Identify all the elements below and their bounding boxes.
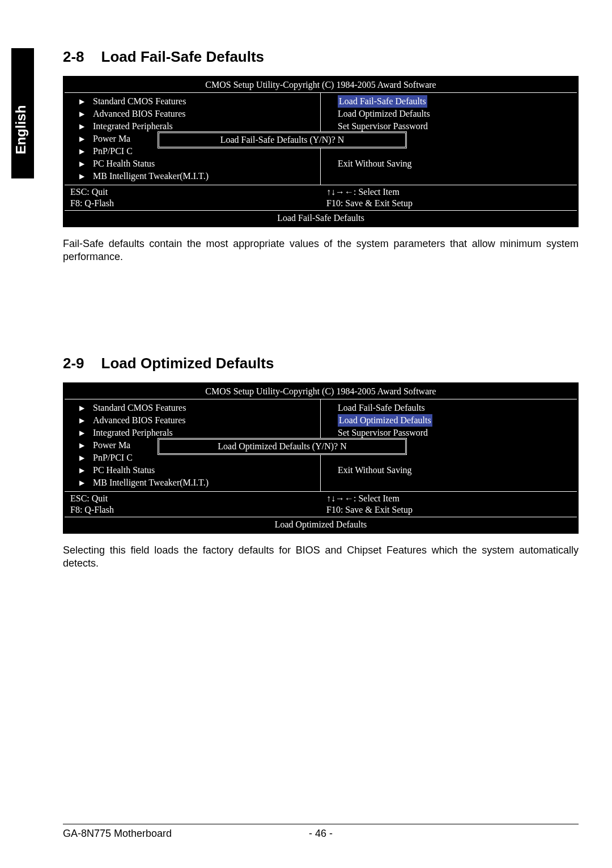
dialog-text: Load Fail-Safe Defaults (Y/N)? N xyxy=(220,135,345,144)
triangle-right-icon: ▶ xyxy=(70,145,93,158)
section-body: Selecting this field loads the factory d… xyxy=(63,544,579,571)
triangle-right-icon: ▶ xyxy=(70,464,93,476)
triangle-right-icon: ▶ xyxy=(70,120,93,133)
section-2-9-heading: 2-9Load Optimized Defaults xyxy=(63,355,579,372)
triangle-right-icon: ▶ xyxy=(70,452,93,464)
menu-item[interactable]: Load Optimized Defaults xyxy=(326,414,571,427)
bios-footer: ESC: Quit F8: Q-Flash ↑↓→←: Select Item … xyxy=(65,185,577,211)
bios-screen-optimized: CMOS Setup Utility-Copyright (C) 1984-20… xyxy=(63,382,579,534)
menu-item[interactable]: Set Supervisor Password xyxy=(326,427,571,439)
section-number: 2-8 xyxy=(63,48,84,65)
section-title: Load Fail-Safe Defaults xyxy=(101,48,265,65)
bios-columns: ▶Standard CMOS Features ▶Advanced BIOS F… xyxy=(65,399,577,492)
bios-title: CMOS Setup Utility-Copyright (C) 1984-20… xyxy=(65,78,577,93)
menu-item[interactable]: ▶Integrated Peripherals xyxy=(70,427,314,439)
menu-item[interactable]: Set Supervisor Password xyxy=(326,120,571,133)
confirm-dialog[interactable]: Load Fail-Safe Defaults (Y/N)? N xyxy=(158,131,407,148)
language-tab-label: English xyxy=(13,105,29,155)
triangle-right-icon: ▶ xyxy=(70,108,93,120)
footer-hint: ESC: Quit xyxy=(70,493,315,504)
confirm-dialog[interactable]: Load Optimized Defaults (Y/N)? N xyxy=(158,438,407,455)
menu-item[interactable]: ▶MB Intelligent Tweaker(M.I.T.) xyxy=(70,476,314,489)
bios-help-text: Load Optimized Defaults xyxy=(65,517,577,532)
menu-item[interactable]: ▶Standard CMOS Features xyxy=(70,95,314,108)
footer-hint: ESC: Quit xyxy=(70,186,315,198)
footer-hint: ↑↓→←: Select Item xyxy=(326,493,571,504)
footer-hint: F10: Save & Exit Setup xyxy=(326,198,571,209)
section-title: Load Optimized Defaults xyxy=(101,355,274,372)
triangle-right-icon: ▶ xyxy=(70,402,93,414)
footer-hint: F8: Q-Flash xyxy=(70,198,315,209)
triangle-right-icon: ▶ xyxy=(70,133,93,145)
menu-item[interactable]: Load Fail-Safe Defaults xyxy=(326,95,571,108)
bios-screen-failsafe: CMOS Setup Utility-Copyright (C) 1984-20… xyxy=(63,76,579,227)
triangle-right-icon: ▶ xyxy=(70,427,93,439)
bios-footer: ESC: Quit F8: Q-Flash ↑↓→←: Select Item … xyxy=(65,492,577,517)
triangle-right-icon: ▶ xyxy=(70,95,93,108)
menu-item[interactable]: ▶Integrated Peripherals xyxy=(70,120,314,133)
bios-title: CMOS Setup Utility-Copyright (C) 1984-20… xyxy=(65,384,577,399)
language-tab: English xyxy=(11,48,34,178)
triangle-right-icon: ▶ xyxy=(70,170,93,182)
menu-item[interactable]: ▶PC Health Status xyxy=(70,158,314,170)
triangle-right-icon: ▶ xyxy=(70,158,93,170)
footer-hint: F10: Save & Exit Setup xyxy=(326,504,571,516)
menu-item[interactable]: ▶Advanced BIOS Features xyxy=(70,108,314,120)
bios-help-text: Load Fail-Safe Defaults xyxy=(65,211,577,225)
page-footer: GA-8N775 Motherboard - 46 - xyxy=(63,824,579,840)
footer-hint: F8: Q-Flash xyxy=(70,504,315,516)
menu-item[interactable]: ▶Advanced BIOS Features xyxy=(70,414,314,427)
menu-item[interactable]: Load Fail-Safe Defaults xyxy=(326,402,571,414)
triangle-right-icon: ▶ xyxy=(70,414,93,427)
menu-item[interactable]: ▶PC Health Status xyxy=(70,464,314,476)
menu-item[interactable]: Exit Without Saving xyxy=(326,158,571,170)
product-name: GA-8N775 Motherboard xyxy=(63,828,172,839)
footer-hint: ↑↓→←: Select Item xyxy=(326,186,571,198)
triangle-right-icon: ▶ xyxy=(70,476,93,489)
menu-item[interactable]: ▶MB Intelligent Tweaker(M.I.T.) xyxy=(70,170,314,182)
menu-item[interactable]: Load Optimized Defaults xyxy=(326,108,571,120)
triangle-right-icon: ▶ xyxy=(70,439,93,452)
menu-item[interactable]: Exit Without Saving xyxy=(326,464,571,476)
dialog-text: Load Optimized Defaults (Y/N)? N xyxy=(218,441,346,451)
section-number: 2-9 xyxy=(63,355,84,372)
section-2-8-heading: 2-8Load Fail-Safe Defaults xyxy=(63,48,579,66)
menu-item[interactable]: ▶Standard CMOS Features xyxy=(70,402,314,414)
section-body: Fail-Safe defaults contain the most appr… xyxy=(63,237,579,264)
bios-columns: ▶Standard CMOS Features ▶Advanced BIOS F… xyxy=(65,93,577,185)
page-content: 2-8Load Fail-Safe Defaults CMOS Setup Ut… xyxy=(63,48,579,571)
page-number: - 46 - xyxy=(309,828,333,840)
